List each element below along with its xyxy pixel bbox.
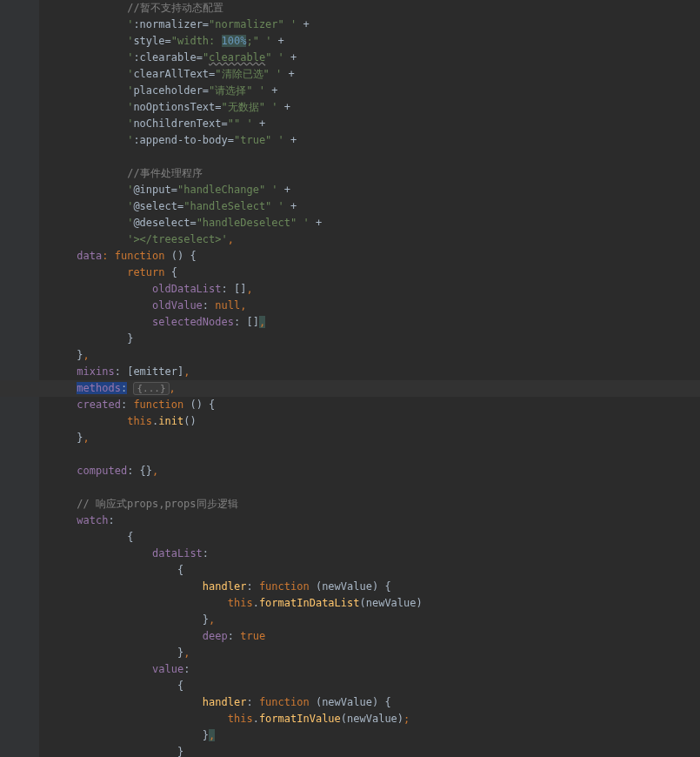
code-line[interactable]: mixins: [emitter], <box>39 364 423 380</box>
code-line[interactable] <box>39 446 423 463</box>
code-line[interactable]: 'placeholder="请选择" ' + <box>39 83 423 99</box>
code-token: formatInDataList <box>259 597 360 609</box>
code-line[interactable]: '></treeselect>', <box>39 231 423 248</box>
code-line[interactable]: ':append-to-body="true" ' + <box>39 132 423 149</box>
code-line[interactable]: }, <box>39 430 423 446</box>
code-token: ' <box>284 18 297 30</box>
code-line[interactable]: '@select="handleSelect" ' + <box>39 198 423 215</box>
code-line[interactable]: { <box>39 678 423 694</box>
code-token: //事件处理程序 <box>127 167 202 179</box>
code-token: , <box>209 613 215 626</box>
editor-gutter[interactable] <box>0 0 39 757</box>
code-line[interactable]: 'clearAllText="清除已选" ' + <box>39 66 423 83</box>
code-line[interactable]: watch: <box>39 512 423 529</box>
code-line[interactable]: } <box>39 744 423 757</box>
code-line[interactable] <box>39 149 423 165</box>
code-token: ' <box>271 200 283 212</box>
code-token: () { <box>190 399 215 411</box>
indent <box>39 200 127 212</box>
code-line[interactable]: computed: {}, <box>39 463 423 479</box>
code-token: { <box>127 531 133 543</box>
code-line[interactable]: '@input="handleChange" ' + <box>39 182 423 198</box>
code-line[interactable]: }, <box>39 727 423 744</box>
indent <box>39 514 77 526</box>
code-line[interactable]: '@deselect="handleDeselect" ' + <box>39 215 423 231</box>
code-line[interactable]: deep: true <box>39 628 423 645</box>
code-token: + <box>297 18 309 30</box>
code-token: "handleSelect" <box>183 200 271 212</box>
indent <box>39 299 152 312</box>
code-token: + <box>310 217 322 229</box>
indent <box>39 266 127 278</box>
indent <box>39 613 203 626</box>
code-line[interactable]: this.formatInValue(newValue); <box>39 711 423 727</box>
code-line[interactable]: }, <box>39 347 423 364</box>
code-line[interactable]: ':clearable="clearable" ' + <box>39 50 423 66</box>
indent <box>39 283 152 295</box>
code-line[interactable]: return { <box>39 265 423 281</box>
code-line[interactable]: // 响应式props,props同步逻辑 <box>39 496 423 512</box>
code-token: + <box>282 68 294 80</box>
code-line[interactable]: }, <box>39 645 423 661</box>
code-token: computed <box>77 465 127 477</box>
code-line[interactable]: 'style="width: 100%;" ' + <box>39 33 423 50</box>
indent <box>39 51 127 64</box>
code-line[interactable]: //暂不支持动态配置 <box>39 0 423 17</box>
code-token: ' <box>271 134 283 146</box>
indent <box>39 382 77 394</box>
code-token: this <box>228 597 253 609</box>
code-line[interactable]: } <box>39 331 423 347</box>
indent <box>39 167 127 179</box>
code-token: handler <box>203 580 247 593</box>
code-line[interactable]: //事件处理程序 <box>39 165 423 182</box>
code-line[interactable]: this.init() <box>39 413 423 430</box>
indent <box>39 217 127 229</box>
code-line[interactable]: 'noOptionsText="无数据" ' + <box>39 99 423 116</box>
code-token: @deselect= <box>133 217 196 229</box>
code-line[interactable]: data: function () { <box>39 248 423 265</box>
code-token: : <box>183 663 190 675</box>
code-token: + <box>284 200 297 212</box>
code-line[interactable]: value: <box>39 661 423 678</box>
code-line[interactable]: created: function () { <box>39 397 423 413</box>
code-line[interactable]: 'noChildrenText="" ' + <box>39 116 423 132</box>
code-line[interactable]: methods: {...}, <box>39 380 423 397</box>
indent <box>39 349 77 361</box>
code-token: : <box>108 514 114 526</box>
indent <box>39 18 127 30</box>
indent <box>39 365 77 378</box>
indent <box>39 316 152 328</box>
code-line[interactable]: selectedNodes: [], <box>39 314 423 331</box>
indent <box>39 680 177 692</box>
code-line[interactable]: oldValue: null, <box>39 298 423 314</box>
indent <box>39 233 127 245</box>
code-token: + <box>278 184 290 196</box>
code-line[interactable]: handler: function (newValue) { <box>39 579 423 595</box>
indent <box>39 729 203 741</box>
code-line[interactable]: { <box>39 562 423 579</box>
code-line[interactable]: ':normalizer="normalizer" ' + <box>39 17 423 33</box>
code-token: } <box>203 729 209 741</box>
code-fold-marker[interactable]: {...} <box>133 382 169 395</box>
code-line[interactable]: }, <box>39 612 423 628</box>
code-token: () { <box>171 250 197 262</box>
code-token: , <box>228 233 234 245</box>
code-token: { <box>171 266 177 278</box>
code-token: ) <box>397 713 403 725</box>
code-token: ) { <box>372 696 391 708</box>
code-token: "handleChange" <box>177 184 265 196</box>
code-editor-content[interactable]: //暂不支持动态配置 ':normalizer="normalizer" ' +… <box>39 0 423 757</box>
code-line[interactable] <box>39 479 423 496</box>
code-line[interactable]: dataList: <box>39 546 423 562</box>
indent <box>39 746 177 757</box>
code-token: :clearable= <box>133 51 202 64</box>
code-token: @select= <box>133 200 183 212</box>
code-line[interactable]: oldDataList: [], <box>39 281 423 298</box>
code-line[interactable]: { <box>39 529 423 546</box>
code-line[interactable]: this.formatInDataList(newValue) <box>39 595 423 612</box>
indent <box>39 134 127 146</box>
code-line[interactable]: handler: function (newValue) { <box>39 694 423 711</box>
indent <box>39 646 177 659</box>
code-token: "normalizer" <box>209 18 284 30</box>
code-token: @input= <box>133 184 177 196</box>
